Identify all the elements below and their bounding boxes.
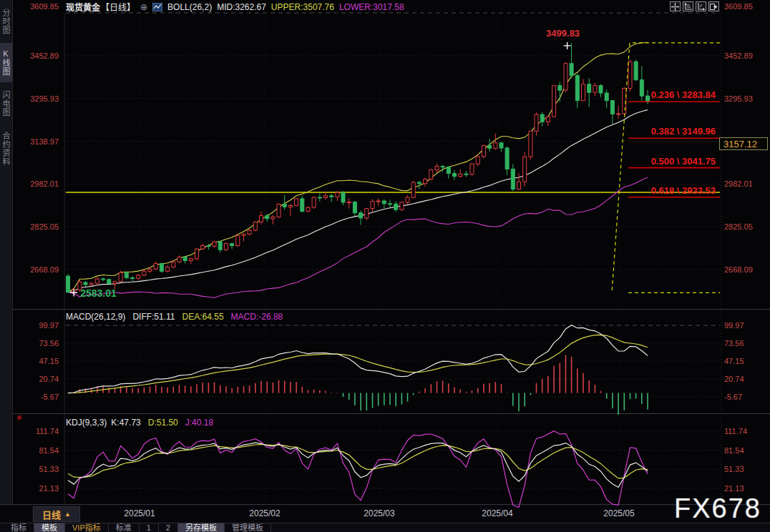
boll-lower-value: LOWER:3017.58 bbox=[339, 2, 404, 12]
candle bbox=[218, 242, 222, 250]
axis-label: 2825.05 bbox=[724, 222, 753, 231]
axis-label: 99.97 bbox=[39, 321, 59, 330]
candle bbox=[376, 201, 380, 202]
candle bbox=[324, 196, 328, 198]
fib-level-label: 0.500 \ 3041.75 bbox=[651, 156, 716, 167]
candle bbox=[617, 114, 620, 114]
period-name: 【日线】 bbox=[101, 1, 135, 13]
candle bbox=[359, 213, 363, 218]
export-chart-icon[interactable] bbox=[708, 1, 719, 11]
axis-label: 99.97 bbox=[724, 321, 744, 330]
candle bbox=[67, 276, 70, 292]
candle bbox=[341, 192, 345, 202]
add-overlay-icon[interactable]: ⊕ bbox=[140, 2, 147, 12]
axis-label: 47.15 bbox=[724, 357, 744, 365]
candle bbox=[429, 170, 433, 179]
candle bbox=[84, 282, 87, 285]
candle bbox=[201, 246, 205, 250]
candle bbox=[505, 148, 509, 169]
candle bbox=[347, 202, 351, 203]
candle bbox=[253, 222, 257, 230]
candle bbox=[336, 192, 339, 197]
x-axis-month-label: 2025/03 bbox=[364, 508, 394, 518]
candle bbox=[78, 282, 82, 290]
candle bbox=[529, 131, 532, 157]
candle bbox=[441, 167, 444, 167]
bottom-tab-4[interactable]: 1 bbox=[140, 523, 159, 532]
candle bbox=[154, 264, 157, 270]
bottom-tab-0[interactable]: 指标 bbox=[4, 523, 34, 532]
candle bbox=[277, 205, 281, 217]
axis-label: 47.15 bbox=[39, 357, 59, 365]
bottom-tab-3[interactable]: 标准 bbox=[109, 523, 140, 532]
sidebar-item-2[interactable]: 闪电图 bbox=[0, 84, 13, 123]
chart-canvas[interactable]: 3609.853609.853452.893452.893295.933295.… bbox=[0, 0, 770, 515]
high-annotation: 3499.83 bbox=[546, 28, 580, 39]
candle bbox=[552, 86, 556, 117]
low-cross-marker bbox=[70, 289, 77, 296]
candle bbox=[95, 279, 99, 283]
candle bbox=[623, 89, 626, 114]
candle bbox=[102, 279, 105, 280]
sidebar-item-3[interactable]: 合约资料 bbox=[0, 125, 13, 172]
candle bbox=[131, 278, 135, 279]
candle bbox=[470, 164, 474, 174]
candle bbox=[499, 143, 503, 148]
kdj-j-value: J:40.18 bbox=[185, 418, 213, 428]
candle bbox=[640, 80, 643, 97]
candle bbox=[564, 64, 567, 90]
chart-line bbox=[68, 431, 648, 508]
axis-label: 51.33 bbox=[724, 465, 744, 473]
chart-type-icon[interactable] bbox=[152, 3, 162, 11]
axis-label: 2825.05 bbox=[30, 222, 59, 231]
fx678-watermark: FX678 bbox=[674, 493, 761, 524]
chart-line bbox=[68, 335, 648, 393]
axis-label: 2668.09 bbox=[30, 265, 59, 274]
sidebar-item-1[interactable]: K线图 bbox=[0, 43, 13, 82]
candle bbox=[306, 207, 310, 211]
axis-label: 2982.01 bbox=[724, 179, 753, 188]
x-axis-strip: 日线 ▲ 2025/012025/022025/032025/042025/05 bbox=[0, 504, 770, 523]
axis-label: 2668.09 bbox=[724, 265, 753, 274]
fib-vertical-line[interactable] bbox=[612, 43, 630, 293]
period-selector-button[interactable]: 日线 ▲ bbox=[33, 506, 80, 522]
candle bbox=[488, 146, 492, 149]
kdj-d-value: D:51.50 bbox=[148, 418, 178, 428]
symbol-name: 现货黄金 bbox=[66, 1, 100, 13]
candle bbox=[248, 230, 251, 234]
crosshair-tool-icon[interactable] bbox=[670, 1, 681, 11]
candle bbox=[599, 86, 603, 93]
x-axis-scale-icon[interactable] bbox=[696, 1, 706, 11]
candle bbox=[213, 242, 216, 246]
candle bbox=[107, 280, 111, 284]
x-axis-month-label: 2025/05 bbox=[603, 508, 634, 518]
bottom-tab-1[interactable]: 模板 bbox=[34, 523, 65, 532]
boll-mid-value: MID:3262.67 bbox=[217, 2, 266, 12]
candle bbox=[634, 61, 638, 80]
candle bbox=[646, 96, 650, 102]
candle bbox=[394, 204, 398, 210]
boll-label: BOLL(26,2) bbox=[167, 2, 212, 12]
fib-level-label: 0.382 \ 3149.96 bbox=[651, 126, 716, 137]
bottom-tab-5[interactable]: 2 bbox=[159, 523, 178, 532]
candle bbox=[113, 282, 117, 284]
candle bbox=[424, 179, 427, 184]
sidebar-item-0[interactable]: 分时图 bbox=[0, 2, 13, 41]
candle bbox=[558, 86, 562, 91]
candle bbox=[172, 262, 175, 267]
period-selector-label: 日线 bbox=[42, 508, 61, 521]
axis-label: 3138.97 bbox=[30, 137, 59, 146]
candle bbox=[411, 182, 415, 197]
candle bbox=[593, 86, 597, 93]
candle bbox=[224, 244, 228, 250]
candle bbox=[464, 174, 468, 174]
bottom-tab-7[interactable]: 管理模板 bbox=[225, 523, 271, 532]
bottom-tab-6[interactable]: 另存模板 bbox=[178, 523, 225, 532]
axis-label: 3452.89 bbox=[724, 51, 753, 60]
axis-label: 20.74 bbox=[724, 375, 744, 383]
bottom-tab-2[interactable]: VIP指标 bbox=[65, 523, 109, 532]
chart-line bbox=[68, 42, 648, 292]
y-axis-scale-icon[interactable] bbox=[683, 1, 693, 11]
axis-label: 21.13 bbox=[724, 484, 744, 493]
indicator-settings-icon[interactable]: ✳ bbox=[16, 413, 22, 423]
